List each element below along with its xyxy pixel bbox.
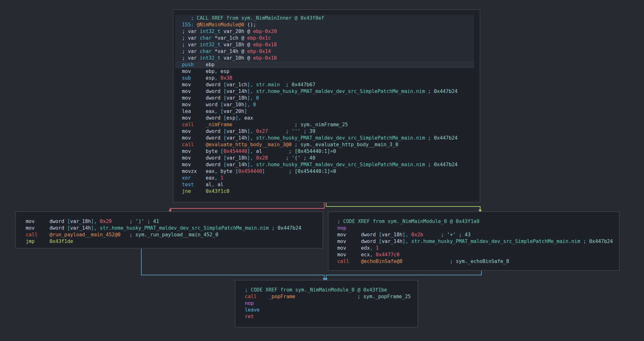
asm-line[interactable]: nop [328,225,619,232]
asm-line[interactable]: mov dword [var_14h], str.home_husky_PMAT… [328,238,619,245]
edge-true-branch [326,203,480,210]
asm-line[interactable]: mov ecx, 0x4477c0 [328,252,619,258]
basic-block-entry[interactable]: ; CALL XREF from sym._NimMainInner @ 0x4… [173,10,480,202]
asm-line[interactable]: mov byte [0x454440], al ; [0x454440:1]=0 [173,148,480,155]
asm-line[interactable]: mov dword [var_18h], 0x28 ; '(' ; 40 [173,155,480,161]
asm-line[interactable]: mov dword [var_14h], str.home_husky_PMAT… [173,135,480,141]
asm-line[interactable]: mov ebp, esp [173,68,480,75]
asm-line[interactable]: mov dword [var_18h], 0 [173,95,480,102]
asm-line[interactable]: lea eax, [var_20h] [173,108,480,115]
asm-line[interactable]: mov dword [var_18h], 0x27 ; ''' ; 39 [173,128,480,135]
asm-line[interactable]: ; CODE XREF from sym._NimMainModule_0 @ … [235,287,418,293]
asm-line[interactable]: call _popFrame ; sym._popFrame_25 [235,293,418,300]
asm-line[interactable]: ; CODE XREF from sym._NimMainModule_0 @ … [328,218,619,225]
asm-line[interactable]: ; var int32_t var_20h @ ebp-0x20 [175,28,474,35]
asm-line[interactable]: sub esp, 0x38 [173,75,480,82]
graph-view-canvas[interactable]: ; CALL XREF from sym._NimMainInner @ 0x4… [0,0,644,341]
edge-false-to-exit [141,249,324,278]
asm-line[interactable]: ; var char *var_14h @ ebp-0x14 [175,48,474,55]
asm-line[interactable]: jmp 0x43f1de [16,238,323,245]
asm-line[interactable]: mov word [var_10h], 0 [173,102,480,108]
asm-line[interactable]: jne 0x43f1c0 [173,188,480,195]
asm-line[interactable]: ; CALL XREF from sym._NimMainInner @ 0x4… [175,15,474,22]
asm-line[interactable]: call @echoBinSafe@8 ; sym._echoBinSafe_8 [328,258,619,265]
edge-true-to-exit [326,271,481,278]
asm-line[interactable]: mov dword [var_14h], str.home_husky_PMAT… [16,225,323,232]
asm-line[interactable]: mov dword [esp], eax [173,115,480,121]
asm-line[interactable]: call @evaluate_http_body__main_3@0 ; sym… [173,141,480,148]
asm-line[interactable]: ; var char *var_1ch @ ebp-0x1c [175,35,474,42]
asm-line[interactable]: nop [235,300,418,307]
asm-line[interactable]: ; var int32_t var_18h @ ebp-0x18 [175,42,474,48]
asm-line[interactable]: xor eax, 1 [173,175,480,181]
asm-line[interactable]: ret [235,313,418,320]
asm-line[interactable]: 155: @NimMainModule@0 (); [175,22,474,28]
basic-block-true-branch[interactable]: ; CODE XREF from sym._NimMainModule_0 @ … [328,212,620,271]
asm-line[interactable]: mov dword [var_18h], 0x2b ; '+' ; 43 [328,232,619,238]
asm-line[interactable]: mov dword [var_14h], str.home_husky_PMAT… [173,161,480,168]
asm-line[interactable]: leave [235,307,418,313]
asm-line[interactable]: call _nimFrame ; sym._nimFrame_25 [173,121,480,128]
asm-line[interactable]: test al, al [173,181,480,188]
asm-line[interactable]: mov dword [var_14h], str.home_husky_PMAT… [173,88,480,95]
asm-line[interactable]: mov dword [var_1ch], str.main ; 0x447b67 [173,82,480,88]
asm-line[interactable]: mov dword [var_18h], 0x29 ; ')' ; 41 [16,218,323,225]
asm-line[interactable]: mov edx, 1 [328,245,619,252]
edge-false-branch [170,203,324,210]
asm-line[interactable]: movzx eax, byte [0x454440] ; [0x454440:1… [173,168,480,175]
asm-line[interactable]: call @run_payload__main_452@0 ; sym._run… [16,232,323,238]
asm-line[interactable]: push ebp [175,62,474,68]
basic-block-exit[interactable]: ; CODE XREF from sym._NimMainModule_0 @ … [235,280,418,327]
basic-block-false-branch[interactable]: mov dword [var_18h], 0x29 ; ')' ; 41mov … [15,212,323,248]
asm-line[interactable]: ; var int32_t var_10h @ ebp-0x10 [175,55,474,62]
